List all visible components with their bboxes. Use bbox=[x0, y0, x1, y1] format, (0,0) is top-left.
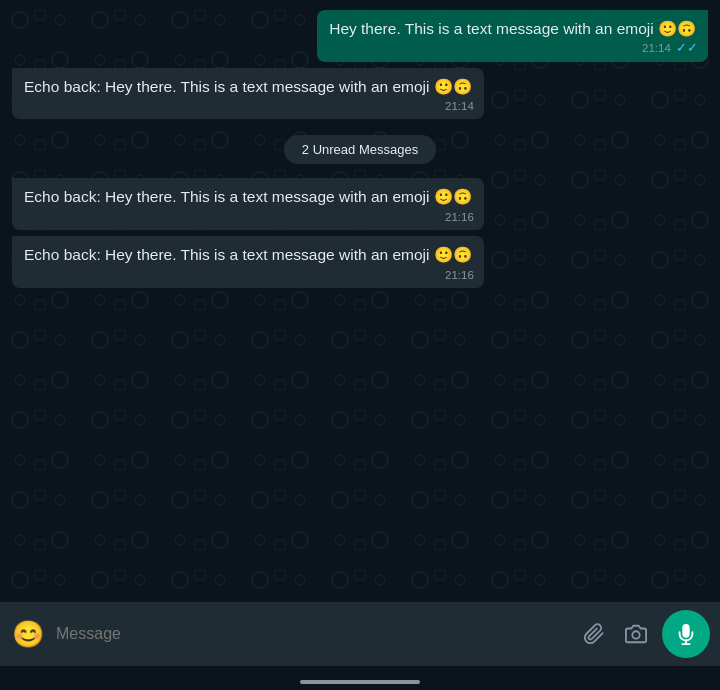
message-received-3: Echo back: Hey there. This is a text mes… bbox=[12, 236, 484, 288]
camera-icon bbox=[625, 623, 647, 645]
message-received-2: Echo back: Hey there. This is a text mes… bbox=[12, 178, 484, 230]
mic-button[interactable] bbox=[662, 610, 710, 658]
message-text-2: Echo back: Hey there. This is a text mes… bbox=[24, 78, 472, 95]
message-sent-1: Hey there. This is a text message with a… bbox=[317, 10, 708, 62]
attach-button[interactable] bbox=[578, 618, 610, 650]
message-text-1: Hey there. This is a text message with a… bbox=[329, 20, 696, 37]
attach-icon bbox=[583, 623, 605, 645]
message-time-1: 21:14 ✓✓ bbox=[642, 39, 698, 57]
svg-point-0 bbox=[632, 631, 639, 638]
message-time-2: 21:14 bbox=[445, 98, 474, 114]
unread-messages-divider: 2 Unread Messages bbox=[284, 135, 436, 164]
message-received-1: Echo back: Hey there. This is a text mes… bbox=[12, 68, 484, 120]
message-text-4: Echo back: Hey there. This is a text mes… bbox=[24, 246, 472, 263]
input-bar: 😊 bbox=[0, 602, 720, 666]
read-ticks-1: ✓✓ bbox=[676, 40, 698, 55]
home-indicator-bar bbox=[300, 680, 420, 684]
message-text-3: Echo back: Hey there. This is a text mes… bbox=[24, 188, 472, 205]
unread-label: 2 Unread Messages bbox=[302, 142, 418, 157]
messages-area: Hey there. This is a text message with a… bbox=[0, 0, 720, 602]
emoji-button[interactable]: 😊 bbox=[10, 616, 46, 652]
emoji-icon: 😊 bbox=[12, 619, 44, 650]
message-input[interactable] bbox=[56, 625, 568, 643]
message-time-3: 21:16 bbox=[445, 209, 474, 225]
mic-icon bbox=[675, 623, 697, 645]
message-time-4: 21:16 bbox=[445, 267, 474, 283]
home-indicator-area bbox=[0, 666, 720, 690]
chat-container: Hey there. This is a text message with a… bbox=[0, 0, 720, 690]
camera-button[interactable] bbox=[620, 618, 652, 650]
